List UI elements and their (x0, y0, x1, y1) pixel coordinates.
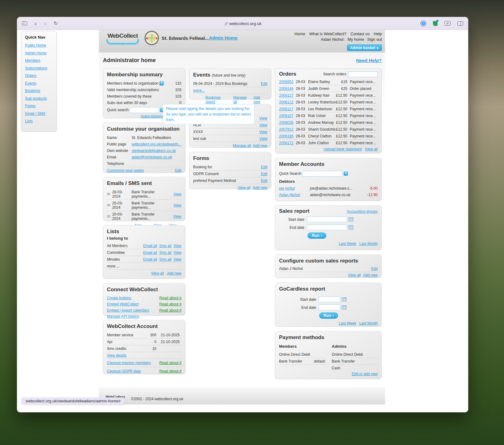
evernote-extension-icon[interactable] (433, 21, 438, 26)
read-about-it-link[interactable]: Read about it (159, 302, 181, 306)
sms-all-link[interactable]: Sms all (159, 257, 171, 262)
view-all-link[interactable]: View all (238, 186, 250, 190)
calendar-icon[interactable] (342, 297, 346, 301)
webcollect-logo[interactable]: WebCollect (105, 32, 140, 43)
view-link[interactable]: View (173, 192, 181, 196)
quick-search-input[interactable] (129, 107, 159, 113)
sidebar-item-lists[interactable]: Lists (25, 119, 53, 123)
bookings-report-link[interactable]: Bookings report (205, 95, 231, 104)
lists-more[interactable]: more ... (107, 264, 120, 268)
add-new-link[interactable]: Add new (253, 186, 267, 190)
my-home-link[interactable]: My home (348, 37, 364, 42)
order-id-link[interactable]: 2008122 (279, 100, 296, 104)
view-link[interactable]: View (173, 214, 181, 219)
edit-link[interactable]: Edit (261, 165, 267, 169)
last-month-link[interactable]: Last Month (359, 321, 378, 325)
add-new-link[interactable]: Add new (253, 144, 267, 148)
extensions-icon[interactable]: ⇄ (444, 21, 451, 26)
sidebar-item-events[interactable]: Events (25, 81, 53, 86)
member-quick-search-input[interactable] (302, 171, 342, 177)
sidebar-item-public-home[interactable]: Public Home (25, 43, 53, 48)
last-week-link[interactable]: Last Week (339, 241, 356, 246)
run-button[interactable]: Run› (307, 233, 326, 239)
sidebar-item-admin-home[interactable]: Admin Home (25, 51, 53, 55)
edit-link[interactable]: Edit (261, 82, 267, 86)
public-page-link[interactable]: webcollect.org.uk/stedwards... (132, 142, 181, 146)
calendar-icon[interactable] (349, 225, 353, 229)
manage-all-link[interactable]: Manage all (233, 95, 251, 104)
view-all-link[interactable]: View all (348, 273, 361, 277)
view-link[interactable]: View (259, 116, 267, 120)
sales-start-date-input[interactable] (307, 216, 347, 222)
email-all-link[interactable]: Email all (143, 250, 157, 255)
add-new-link[interactable]: Add new (253, 95, 267, 104)
address-bar[interactable]: webcollect.org.uk (17, 21, 468, 26)
url-text[interactable]: webcollect.org.uk (229, 21, 261, 26)
sms-all-link[interactable]: Sms all (159, 250, 171, 255)
nav-home[interactable]: Home (294, 31, 305, 36)
sidebar-item-members[interactable]: Members (25, 58, 53, 63)
read-about-it-link[interactable]: Read about it (159, 369, 181, 373)
admin-basket-button[interactable]: Admin basket ▸ (347, 44, 382, 51)
reload-icon[interactable]: ↻ (54, 21, 58, 26)
view-all-link[interactable]: View all (365, 147, 378, 151)
embed-export-calendars-link[interactable]: Embed / export calendars (107, 308, 149, 313)
nav-help[interactable]: Help (374, 31, 382, 36)
view-link[interactable]: View (173, 257, 181, 262)
view-link[interactable]: View (173, 250, 181, 255)
create-buttons-link[interactable]: Create buttons (107, 296, 131, 300)
read-about-it-link[interactable]: Read about it (159, 361, 181, 365)
sidebar-toggle-icon[interactable] (22, 21, 27, 25)
edit-link[interactable]: Edit (175, 168, 181, 173)
manage-all-link[interactable]: Manage all (233, 144, 251, 148)
view-details-link[interactable]: View details (107, 353, 127, 358)
gocardless-start-date-input[interactable] (319, 296, 340, 302)
cleanup-gdpr-data-link[interactable]: Cleanup GDPR data (107, 369, 141, 373)
order-id-link[interactable]: 2006172 (279, 141, 296, 145)
view-link[interactable]: View (173, 244, 181, 248)
gocardless-end-date-input[interactable] (319, 304, 340, 310)
edit-link[interactable]: Edit (261, 172, 267, 176)
subscriptions-link[interactable]: Subscriptions (141, 114, 163, 119)
nav-contact-us[interactable]: Contact us (350, 31, 370, 36)
order-id-link[interactable]: 2007812 (279, 127, 296, 132)
help-icon[interactable]: ? (159, 81, 164, 86)
sidebar-item-orders[interactable]: Orders (25, 73, 53, 78)
sales-end-date-input[interactable] (307, 225, 347, 230)
onepassword-extension-icon[interactable] (421, 21, 426, 26)
nav-what-is-webcollect[interactable]: What is WebCollect? (309, 31, 346, 36)
last-week-link[interactable]: Last Week (339, 321, 356, 325)
embed-webcollect-link[interactable]: Embed WebCollect (107, 302, 139, 306)
manage-api-tokens-link[interactable]: Manage API tokens (107, 314, 139, 319)
search-orders-input[interactable] (348, 71, 378, 77)
view-link[interactable]: View (259, 130, 267, 134)
customise-pages-link[interactable]: Customise your pages (107, 168, 144, 173)
sidebar-item-forms[interactable]: Forms (25, 104, 53, 108)
view-link[interactable]: View (259, 123, 267, 127)
order-id-link[interactable]: 2008035 (279, 120, 296, 125)
order-id-link[interactable]: 2008107 (279, 114, 296, 118)
calendar-icon[interactable] (342, 305, 346, 309)
sidebar-item-email-sms[interactable]: Email / SMS (25, 111, 53, 116)
tab-overview-icon[interactable] (457, 21, 463, 26)
debtor-name-link[interactable]: joe nichol (279, 186, 310, 191)
back-icon[interactable]: ‹ (35, 20, 37, 27)
edit-link[interactable]: Edit (261, 178, 267, 183)
cleanup-inactive-members-link[interactable]: Cleanup inactive members (107, 361, 151, 365)
sidebar-item-subscriptions[interactable]: Subscriptions (25, 66, 53, 70)
view-all-link[interactable]: View all (151, 271, 164, 275)
sign-out-link[interactable]: Sign out (367, 37, 382, 42)
events-more-link[interactable]: more... (193, 88, 205, 93)
help-icon[interactable]: ? (344, 171, 348, 176)
order-id-link[interactable]: 2008127 (279, 93, 296, 98)
last-month-link[interactable]: Last Month (359, 241, 378, 246)
forward-icon[interactable]: › (44, 20, 46, 27)
email-all-link[interactable]: Email all (143, 244, 157, 248)
need-help-link[interactable]: Need Help? (356, 58, 382, 63)
sms-all-link[interactable]: Sms all (159, 244, 171, 248)
calendar-icon[interactable] (349, 217, 353, 221)
view-link[interactable]: View (173, 203, 181, 208)
order-id-link[interactable]: 2006185 (279, 134, 296, 138)
own-website-link[interactable]: stedwardsfellwalkers.co.uk (132, 149, 176, 153)
email-link[interactable]: aidan@nicholware.co.uk (132, 155, 172, 159)
